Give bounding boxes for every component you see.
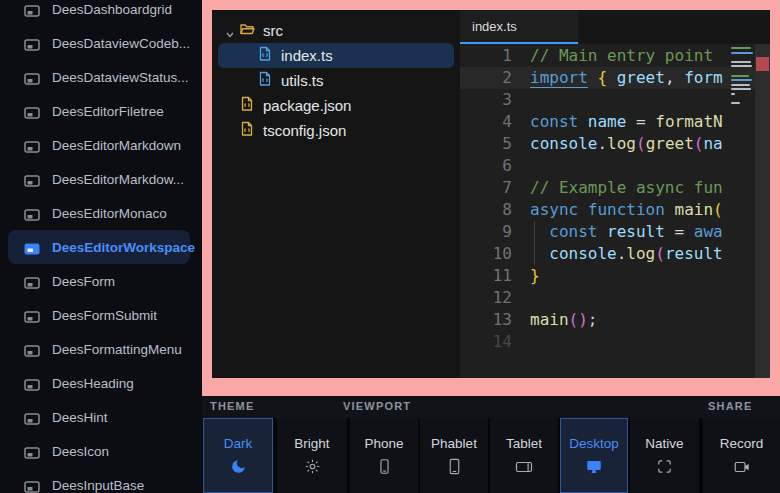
component-icon xyxy=(24,377,40,389)
code-token: function xyxy=(588,200,665,219)
code-token: main xyxy=(530,310,569,329)
code-text: console.log(result xyxy=(530,243,723,265)
toolbar-section-label-share: SHARE xyxy=(708,400,753,412)
minimap[interactable] xyxy=(731,47,753,111)
tree-item-tsconfig-json[interactable]: tsconfig.json xyxy=(218,118,454,143)
sidebar-item-deesdataviewstatus[interactable]: DeesDataviewStatus... xyxy=(8,60,190,94)
code-token: import xyxy=(530,68,588,88)
sidebar-item-label: DeesForm xyxy=(52,274,115,289)
editor-scrollbar[interactable] xyxy=(755,44,770,378)
code-token: result xyxy=(665,244,723,263)
sun-icon xyxy=(304,458,321,476)
minimap-line xyxy=(731,102,740,104)
code-text: // Example async fun xyxy=(530,177,723,199)
button-label: Dark xyxy=(224,436,253,451)
line-number: 7 xyxy=(460,177,530,199)
sidebar-item-deesformsubmit[interactable]: DeesFormSubmit xyxy=(8,298,190,332)
tree-item-label: tsconfig.json xyxy=(263,122,346,139)
tab-index-ts[interactable]: index.ts xyxy=(460,10,578,44)
tree-item-package-json[interactable]: package.json xyxy=(218,93,454,118)
minimap-line xyxy=(731,75,749,77)
tree-item-label: src xyxy=(263,22,283,39)
folder-icon xyxy=(239,22,255,40)
sidebar-item-deesdataviewcodeb[interactable]: DeesDataviewCodeb... xyxy=(8,26,190,60)
sidebar-item-label: DeesIcon xyxy=(52,444,109,459)
button-label: Native xyxy=(645,436,683,451)
code-token xyxy=(597,222,607,241)
sidebar-item-label: DeesFormattingMenu xyxy=(52,342,182,357)
sidebar-item-label: DeesDataviewStatus... xyxy=(52,70,189,85)
sidebar-item-label: DeesInputBase xyxy=(52,478,144,493)
tree-item-utils-ts[interactable]: utils.ts xyxy=(218,68,454,93)
code-token xyxy=(578,200,588,219)
code-token: = xyxy=(665,222,694,241)
code-line: 5console.log(greet(na xyxy=(460,133,770,155)
code-token: formatN xyxy=(655,112,722,131)
tree-item-index-ts[interactable]: index.ts xyxy=(218,43,454,68)
record-button[interactable]: Record xyxy=(703,418,780,493)
sidebar-item-deesdashboardgrid[interactable]: DeesDashboardgrid xyxy=(8,0,190,26)
sidebar-item-deeshint[interactable]: DeesHint xyxy=(8,400,190,434)
chevron-down-icon[interactable] xyxy=(225,26,235,36)
component-icon xyxy=(24,71,40,83)
bright-button[interactable]: Bright xyxy=(277,418,347,493)
code-text: async function main( xyxy=(530,199,723,221)
code-token: main xyxy=(675,200,714,219)
native-button[interactable]: Native xyxy=(630,418,699,493)
line-number: 10 xyxy=(460,243,530,265)
component-icon xyxy=(24,343,40,355)
button-label: Phablet xyxy=(431,436,477,451)
code-token: log xyxy=(607,134,636,153)
sidebar-item-label: DeesHeading xyxy=(52,376,134,391)
sidebar-item-deesinputbase[interactable]: DeesInputBase xyxy=(8,468,190,493)
code-token xyxy=(578,112,588,131)
code-token: } xyxy=(530,266,540,285)
tab-label: index.ts xyxy=(472,19,517,34)
code-editor[interactable]: 1// Main entry point2import { greet, for… xyxy=(460,44,770,378)
component-icon xyxy=(24,37,40,49)
code-text: import { greet, form xyxy=(530,67,723,89)
code-token: // Example async fun xyxy=(530,178,723,197)
code-line: 11} xyxy=(460,265,770,287)
code-token: // Main entry point xyxy=(530,46,713,65)
line-number: 6 xyxy=(460,155,530,177)
code-line: 8async function main( xyxy=(460,199,770,221)
sidebar-item-deeseditormarkdow[interactable]: DeesEditorMarkdow... xyxy=(8,162,190,196)
line-number: 9 xyxy=(460,221,530,243)
code-token: ( xyxy=(694,134,704,153)
sidebar-item-deesicon[interactable]: DeesIcon xyxy=(8,434,190,468)
toolbar-section-label-viewport: VIEWPORT xyxy=(343,400,411,412)
sidebar-item-label: DeesDashboardgrid xyxy=(52,2,172,17)
code-text: const result = awa xyxy=(530,221,723,243)
code-token: , xyxy=(665,68,684,87)
tree-item-label: index.ts xyxy=(281,47,333,64)
code-token: { xyxy=(597,68,607,87)
tree-item-src[interactable]: src xyxy=(218,18,454,43)
line-number: 11 xyxy=(460,265,530,287)
dark-button[interactable]: Dark xyxy=(203,418,273,493)
sidebar-item-deeseditorworkspace[interactable]: DeesEditorWorkspace xyxy=(8,230,190,264)
desktop-button[interactable]: Desktop xyxy=(560,418,628,493)
minimap-line xyxy=(731,93,735,95)
phone-button[interactable]: Phone xyxy=(350,418,418,493)
sidebar-item-deesformattingmenu[interactable]: DeesFormattingMenu xyxy=(8,332,190,366)
code-text: main(); xyxy=(530,309,597,331)
component-icon xyxy=(24,445,40,457)
sidebar-item-deeseditorfiletree[interactable]: DeesEditorFiletree xyxy=(8,94,190,128)
sidebar-item-label: DeesEditorWorkspace xyxy=(52,240,195,255)
code-token: = xyxy=(626,112,655,131)
button-label: Record xyxy=(720,436,764,451)
tablet-button[interactable]: Tablet xyxy=(490,418,558,493)
code-line: 1// Main entry point xyxy=(460,45,770,67)
phablet-button[interactable]: Phablet xyxy=(420,418,488,493)
code-line: 2import { greet, form xyxy=(460,67,770,89)
sidebar-item-deesheading[interactable]: DeesHeading xyxy=(8,366,190,400)
sidebar-item-deesform[interactable]: DeesForm xyxy=(8,264,190,298)
sidebar-item-label: DeesEditorFiletree xyxy=(52,104,164,119)
sidebar-item-label: DeesEditorMarkdown xyxy=(52,138,181,153)
code-token: async xyxy=(530,200,578,219)
component-icon xyxy=(24,275,40,287)
code-token: . xyxy=(597,134,607,153)
sidebar-item-deeseditormonaco[interactable]: DeesEditorMonaco xyxy=(8,196,190,230)
sidebar-item-deeseditormarkdown[interactable]: DeesEditorMarkdown xyxy=(8,128,190,162)
